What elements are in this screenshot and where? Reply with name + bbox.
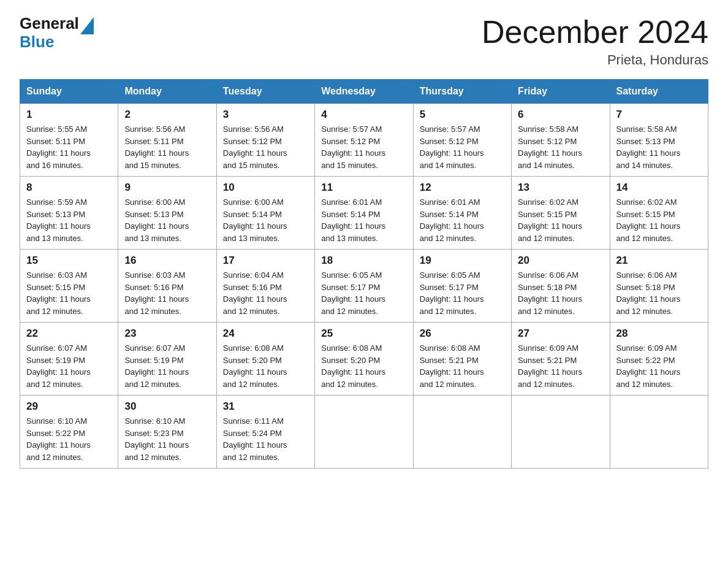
- calendar-day-cell: 22Sunrise: 6:07 AM Sunset: 5:19 PM Dayli…: [20, 323, 118, 396]
- day-info: Sunrise: 6:07 AM Sunset: 5:19 PM Dayligh…: [26, 342, 112, 390]
- calendar-day-cell: 2Sunrise: 5:56 AM Sunset: 5:11 PM Daylig…: [118, 104, 216, 177]
- logo-blue-text: Blue: [20, 33, 54, 51]
- day-info: Sunrise: 5:56 AM Sunset: 5:12 PM Dayligh…: [223, 123, 308, 171]
- day-of-week-header: Saturday: [610, 80, 708, 104]
- day-number: 11: [321, 182, 406, 194]
- day-number: 9: [124, 182, 210, 194]
- calendar-header-row: SundayMondayTuesdayWednesdayThursdayFrid…: [20, 80, 708, 104]
- day-number: 29: [26, 400, 112, 413]
- day-info: Sunrise: 6:03 AM Sunset: 5:16 PM Dayligh…: [124, 269, 210, 317]
- day-number: 28: [616, 327, 702, 340]
- day-info: Sunrise: 6:09 AM Sunset: 5:21 PM Dayligh…: [518, 342, 603, 390]
- day-of-week-header: Friday: [512, 80, 610, 104]
- calendar-day-cell: [610, 396, 708, 469]
- day-number: 1: [26, 109, 112, 121]
- day-info: Sunrise: 6:11 AM Sunset: 5:24 PM Dayligh…: [223, 415, 308, 463]
- calendar-title: December 2024: [482, 15, 708, 50]
- calendar-week-row: 15Sunrise: 6:03 AM Sunset: 5:15 PM Dayli…: [20, 250, 708, 323]
- calendar-day-cell: 18Sunrise: 6:05 AM Sunset: 5:17 PM Dayli…: [315, 250, 413, 323]
- day-number: 17: [223, 255, 308, 267]
- day-info: Sunrise: 6:10 AM Sunset: 5:22 PM Dayligh…: [26, 415, 112, 463]
- calendar-day-cell: 15Sunrise: 6:03 AM Sunset: 5:15 PM Dayli…: [20, 250, 118, 323]
- day-info: Sunrise: 5:57 AM Sunset: 5:12 PM Dayligh…: [321, 123, 406, 171]
- day-info: Sunrise: 6:06 AM Sunset: 5:18 PM Dayligh…: [518, 269, 603, 317]
- day-number: 31: [223, 400, 308, 413]
- calendar-day-cell: 6Sunrise: 5:58 AM Sunset: 5:12 PM Daylig…: [512, 104, 610, 177]
- day-number: 30: [124, 400, 210, 413]
- calendar-day-cell: 19Sunrise: 6:05 AM Sunset: 5:17 PM Dayli…: [413, 250, 511, 323]
- calendar-day-cell: 14Sunrise: 6:02 AM Sunset: 5:15 PM Dayli…: [610, 177, 708, 250]
- day-number: 27: [518, 327, 603, 340]
- day-info: Sunrise: 5:58 AM Sunset: 5:13 PM Dayligh…: [616, 123, 702, 171]
- day-info: Sunrise: 6:02 AM Sunset: 5:15 PM Dayligh…: [616, 196, 702, 244]
- calendar-day-cell: 21Sunrise: 6:06 AM Sunset: 5:18 PM Dayli…: [610, 250, 708, 323]
- calendar-day-cell: [413, 396, 511, 469]
- day-info: Sunrise: 6:06 AM Sunset: 5:18 PM Dayligh…: [616, 269, 702, 317]
- day-number: 12: [420, 182, 505, 194]
- calendar-day-cell: 7Sunrise: 5:58 AM Sunset: 5:13 PM Daylig…: [610, 104, 708, 177]
- day-number: 6: [518, 109, 603, 121]
- calendar-day-cell: 20Sunrise: 6:06 AM Sunset: 5:18 PM Dayli…: [512, 250, 610, 323]
- calendar-day-cell: 27Sunrise: 6:09 AM Sunset: 5:21 PM Dayli…: [512, 323, 610, 396]
- day-number: 22: [26, 327, 112, 340]
- svg-marker-0: [80, 17, 94, 34]
- day-info: Sunrise: 6:00 AM Sunset: 5:13 PM Dayligh…: [124, 196, 210, 244]
- day-number: 21: [616, 255, 702, 267]
- calendar-day-cell: 8Sunrise: 5:59 AM Sunset: 5:13 PM Daylig…: [20, 177, 118, 250]
- calendar-day-cell: 9Sunrise: 6:00 AM Sunset: 5:13 PM Daylig…: [118, 177, 216, 250]
- calendar-day-cell: [315, 396, 413, 469]
- day-info: Sunrise: 6:10 AM Sunset: 5:23 PM Dayligh…: [124, 415, 210, 463]
- calendar-day-cell: 28Sunrise: 6:09 AM Sunset: 5:22 PM Dayli…: [610, 323, 708, 396]
- day-of-week-header: Monday: [118, 80, 216, 104]
- calendar-day-cell: 11Sunrise: 6:01 AM Sunset: 5:14 PM Dayli…: [315, 177, 413, 250]
- day-of-week-header: Tuesday: [216, 80, 314, 104]
- day-number: 24: [223, 327, 308, 340]
- calendar-week-row: 1Sunrise: 5:55 AM Sunset: 5:11 PM Daylig…: [20, 104, 708, 177]
- day-info: Sunrise: 5:56 AM Sunset: 5:11 PM Dayligh…: [124, 123, 210, 171]
- day-info: Sunrise: 5:55 AM Sunset: 5:11 PM Dayligh…: [26, 123, 112, 171]
- logo-general-text: General: [20, 15, 79, 33]
- day-number: 20: [518, 255, 603, 267]
- day-info: Sunrise: 6:00 AM Sunset: 5:14 PM Dayligh…: [223, 196, 308, 244]
- calendar-day-cell: 4Sunrise: 5:57 AM Sunset: 5:12 PM Daylig…: [315, 104, 413, 177]
- calendar-day-cell: 16Sunrise: 6:03 AM Sunset: 5:16 PM Dayli…: [118, 250, 216, 323]
- day-info: Sunrise: 6:01 AM Sunset: 5:14 PM Dayligh…: [321, 196, 406, 244]
- calendar-table: SundayMondayTuesdayWednesdayThursdayFrid…: [20, 79, 708, 469]
- calendar-day-cell: 3Sunrise: 5:56 AM Sunset: 5:12 PM Daylig…: [216, 104, 314, 177]
- calendar-day-cell: 12Sunrise: 6:01 AM Sunset: 5:14 PM Dayli…: [413, 177, 511, 250]
- day-info: Sunrise: 6:04 AM Sunset: 5:16 PM Dayligh…: [223, 269, 308, 317]
- logo: General Blue: [20, 15, 94, 52]
- day-number: 25: [321, 327, 406, 340]
- day-info: Sunrise: 6:08 AM Sunset: 5:20 PM Dayligh…: [223, 342, 308, 390]
- day-number: 3: [223, 109, 308, 121]
- day-of-week-header: Wednesday: [315, 80, 413, 104]
- calendar-day-cell: 29Sunrise: 6:10 AM Sunset: 5:22 PM Dayli…: [20, 396, 118, 469]
- day-info: Sunrise: 6:01 AM Sunset: 5:14 PM Dayligh…: [420, 196, 505, 244]
- day-info: Sunrise: 6:05 AM Sunset: 5:17 PM Dayligh…: [420, 269, 505, 317]
- calendar-day-cell: 30Sunrise: 6:10 AM Sunset: 5:23 PM Dayli…: [118, 396, 216, 469]
- calendar-week-row: 22Sunrise: 6:07 AM Sunset: 5:19 PM Dayli…: [20, 323, 708, 396]
- day-info: Sunrise: 6:08 AM Sunset: 5:21 PM Dayligh…: [420, 342, 505, 390]
- day-number: 14: [616, 182, 702, 194]
- day-number: 26: [420, 327, 505, 340]
- day-info: Sunrise: 6:08 AM Sunset: 5:20 PM Dayligh…: [321, 342, 406, 390]
- calendar-week-row: 8Sunrise: 5:59 AM Sunset: 5:13 PM Daylig…: [20, 177, 708, 250]
- calendar-day-cell: 25Sunrise: 6:08 AM Sunset: 5:20 PM Dayli…: [315, 323, 413, 396]
- day-of-week-header: Thursday: [413, 80, 511, 104]
- calendar-day-cell: 13Sunrise: 6:02 AM Sunset: 5:15 PM Dayli…: [512, 177, 610, 250]
- calendar-week-row: 29Sunrise: 6:10 AM Sunset: 5:22 PM Dayli…: [20, 396, 708, 469]
- day-info: Sunrise: 6:09 AM Sunset: 5:22 PM Dayligh…: [616, 342, 702, 390]
- day-number: 2: [124, 109, 210, 121]
- calendar-day-cell: 10Sunrise: 6:00 AM Sunset: 5:14 PM Dayli…: [216, 177, 314, 250]
- day-number: 15: [26, 255, 112, 267]
- day-info: Sunrise: 5:58 AM Sunset: 5:12 PM Dayligh…: [518, 123, 603, 171]
- day-number: 10: [223, 182, 308, 194]
- calendar-day-cell: 1Sunrise: 5:55 AM Sunset: 5:11 PM Daylig…: [20, 104, 118, 177]
- calendar-day-cell: 24Sunrise: 6:08 AM Sunset: 5:20 PM Dayli…: [216, 323, 314, 396]
- day-of-week-header: Sunday: [20, 80, 118, 104]
- day-number: 19: [420, 255, 505, 267]
- page-header: General Blue December 2024 Prieta, Hondu…: [20, 15, 708, 68]
- day-number: 23: [124, 327, 210, 340]
- day-number: 7: [616, 109, 702, 121]
- day-info: Sunrise: 5:57 AM Sunset: 5:12 PM Dayligh…: [420, 123, 505, 171]
